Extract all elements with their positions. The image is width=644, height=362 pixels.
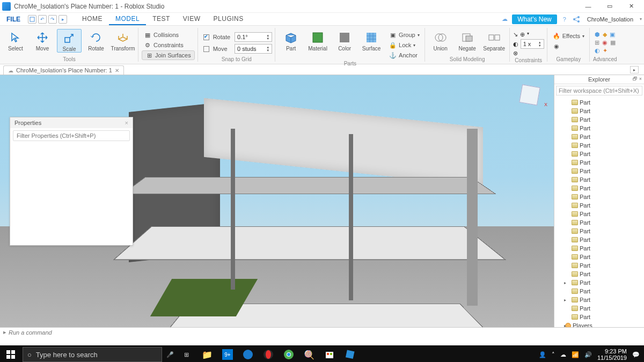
- tree-item-part[interactable]: Part: [557, 304, 643, 313]
- tree-item-part[interactable]: Part: [557, 158, 643, 167]
- taskbar-app[interactable]: 9+: [218, 345, 237, 362]
- minimize-button[interactable]: —: [577, 0, 599, 13]
- constraint-icon[interactable]: ↘: [513, 31, 518, 38]
- spawn-button[interactable]: ◉: [551, 41, 587, 51]
- maximize-button[interactable]: ▭: [599, 0, 620, 13]
- close-icon[interactable]: ×: [125, 120, 128, 126]
- tree-item-part[interactable]: Part: [557, 115, 643, 124]
- adv-icon[interactable]: ✦: [603, 47, 608, 54]
- mic-icon[interactable]: 🎤: [162, 351, 178, 358]
- scale-input[interactable]: 1 x▲▼: [521, 39, 544, 49]
- adv-icon[interactable]: ◆: [603, 31, 607, 38]
- rotate-button[interactable]: Rotate: [84, 29, 108, 51]
- constraint-icon[interactable]: ⊗: [513, 50, 518, 57]
- start-button[interactable]: [0, 345, 21, 362]
- tray-wifi-icon[interactable]: 📶: [572, 351, 579, 358]
- join-surfaces-button[interactable]: ⊞Join Surfaces: [142, 50, 195, 60]
- tree-item-part[interactable]: Part: [557, 193, 643, 201]
- part-button[interactable]: Part: [279, 29, 303, 51]
- tree-item-part[interactable]: Part: [557, 167, 643, 175]
- separate-button[interactable]: Separate: [482, 29, 507, 51]
- move-snap-toggle[interactable]: Move: [201, 44, 232, 54]
- taskbar-app-roblox[interactable]: [340, 345, 360, 362]
- tab-home[interactable]: HOME: [76, 13, 109, 25]
- viewport-3d[interactable]: X Properties×: [0, 75, 554, 327]
- tab-test[interactable]: TEST: [146, 13, 177, 25]
- tree-item-part[interactable]: Part: [557, 218, 643, 227]
- material-button[interactable]: Material: [305, 29, 330, 51]
- tray-icon[interactable]: 👤: [539, 351, 546, 358]
- surface-button[interactable]: Surface: [359, 29, 384, 51]
- qat-redo-button[interactable]: ↷: [48, 15, 57, 24]
- effects-button[interactable]: 🔥Effects▾: [551, 31, 587, 41]
- anchor-button[interactable]: ⚓Anchor: [387, 50, 422, 60]
- tree-item-part[interactable]: Part: [557, 124, 643, 132]
- tree-item-part[interactable]: Part: [557, 244, 643, 253]
- tab-view[interactable]: VIEW: [177, 13, 207, 25]
- explorer-tree[interactable]: PartPartPartPartPartPartPartPartPartPart…: [554, 97, 644, 327]
- tree-item-part[interactable]: Part: [557, 253, 643, 261]
- taskbar-app-store[interactable]: [320, 345, 339, 362]
- taskbar-app[interactable]: 📁: [197, 345, 217, 362]
- properties-panel[interactable]: Properties×: [10, 117, 133, 246]
- union-button[interactable]: Union: [428, 29, 453, 51]
- taskview-icon[interactable]: ⊞: [178, 351, 194, 358]
- tray-volume-icon[interactable]: 🔊: [584, 351, 592, 358]
- tree-item-part[interactable]: Part: [557, 210, 643, 218]
- constraint-icon[interactable]: ◐: [513, 41, 518, 48]
- tab-model[interactable]: MODEL: [109, 13, 146, 25]
- taskbar-app-chrome[interactable]: [279, 345, 298, 362]
- taskbar-app-opera[interactable]: [259, 345, 278, 362]
- help-icon[interactable]: ?: [560, 15, 569, 24]
- group-button[interactable]: ▣Group▾: [387, 30, 422, 40]
- file-menu[interactable]: FILE: [2, 16, 25, 23]
- qat-button[interactable]: ▸: [58, 15, 67, 24]
- pin-icon[interactable]: 🗗 ×: [633, 76, 642, 82]
- tab-plugins[interactable]: PLUGINS: [207, 13, 250, 25]
- clock[interactable]: 9:23 PM 11/15/2019: [597, 348, 627, 361]
- tree-item-part[interactable]: Part: [557, 235, 643, 244]
- command-bar[interactable]: ▸: [0, 327, 644, 337]
- constraints-toggle[interactable]: ⚙Constraints: [142, 40, 195, 50]
- tree-item-part[interactable]: Part: [557, 141, 643, 150]
- panel-expand-button[interactable]: ▸: [630, 66, 639, 73]
- whats-new-button[interactable]: What's New: [512, 14, 557, 24]
- properties-filter-input[interactable]: [13, 130, 130, 141]
- share-icon[interactable]: [572, 15, 581, 24]
- rotate-snap-input[interactable]: 0.1°▲▼: [235, 32, 272, 42]
- transform-button[interactable]: Transform: [111, 29, 135, 51]
- taskbar-app[interactable]: 🍭: [299, 345, 319, 362]
- tree-item-part[interactable]: Part: [557, 107, 643, 115]
- tray-chevron-icon[interactable]: ˄: [552, 351, 555, 358]
- qat-undo-button[interactable]: ↶: [38, 15, 47, 24]
- tray-cloud-icon[interactable]: ☁: [560, 351, 566, 358]
- constraint-icon[interactable]: ⊕: [520, 31, 525, 38]
- taskbar-search[interactable]: ○Type here to search: [23, 347, 162, 362]
- lock-button[interactable]: 🔒Lock▾: [387, 40, 422, 50]
- adv-icon[interactable]: ▦: [610, 39, 616, 46]
- move-snap-input[interactable]: 0 studs▲▼: [235, 44, 272, 54]
- tree-item-part[interactable]: Part: [557, 201, 643, 210]
- adv-icon[interactable]: ⬢: [595, 31, 600, 38]
- tree-item-part[interactable]: Part: [557, 270, 643, 278]
- tree-item-part[interactable]: Part: [557, 287, 643, 295]
- adv-icon[interactable]: ◉: [602, 39, 608, 46]
- tree-item-part[interactable]: Part: [557, 313, 643, 321]
- tree-item-part[interactable]: Part: [557, 132, 643, 141]
- explorer-filter-input[interactable]: Filter workspace (Ctrl+Shift+X): [556, 86, 642, 95]
- tree-item-players[interactable]: ▸Players: [557, 321, 643, 327]
- qat-button[interactable]: [28, 15, 36, 24]
- notifications-icon[interactable]: 💬: [632, 351, 640, 358]
- adv-icon[interactable]: ▣: [610, 31, 615, 38]
- tree-item-part[interactable]: ▸Part: [557, 295, 643, 304]
- adv-icon[interactable]: ⊞: [595, 39, 599, 46]
- tree-item-part[interactable]: Part: [557, 175, 643, 184]
- view-gizmo[interactable]: X: [511, 80, 548, 118]
- move-button[interactable]: Move: [30, 29, 55, 51]
- tree-item-part[interactable]: Part: [557, 227, 643, 235]
- collisions-toggle[interactable]: ▦Collisions: [142, 30, 195, 40]
- negate-button[interactable]: Negate: [455, 29, 480, 51]
- document-tab[interactable]: ☁ ChroMe_Isolation's Place Number: 1 ✕: [3, 65, 124, 75]
- cloud-icon[interactable]: ☁: [500, 15, 509, 24]
- taskbar-app-edge[interactable]: [238, 345, 258, 362]
